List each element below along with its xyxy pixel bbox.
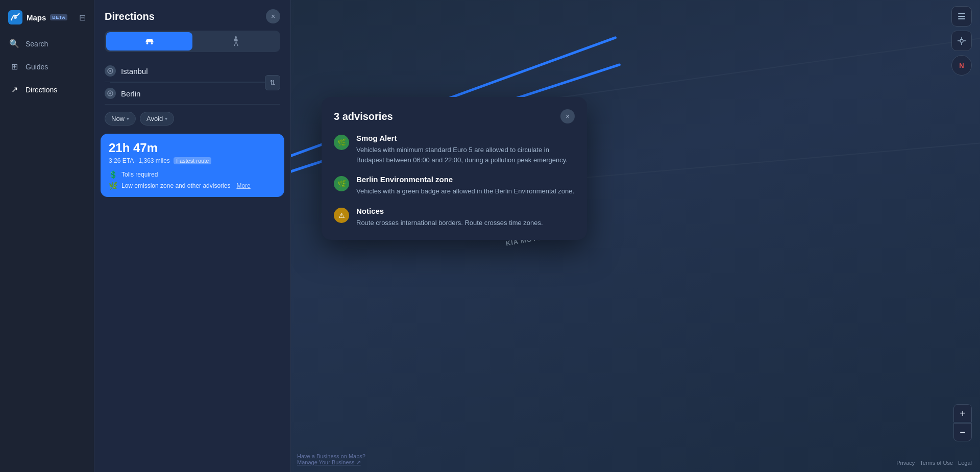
filter-bar: Now ▾ Avoid ▾ bbox=[94, 112, 290, 134]
emission-text: Low emission zone and other advisories bbox=[121, 182, 230, 189]
guides-icon: ⊞ bbox=[9, 62, 19, 71]
beta-badge: BETA bbox=[50, 14, 67, 20]
map-footer-links: Privacy Terms of Use Legal bbox=[896, 460, 972, 466]
map-area[interactable]: KIA MOTORWAY 3 advisories × 🌿 Smog Alert… bbox=[291, 0, 980, 472]
sidebar-item-search-label: Search bbox=[26, 40, 48, 48]
svg-rect-10 bbox=[958, 16, 965, 17]
compass-north-label: N bbox=[959, 62, 964, 69]
destination-icon bbox=[107, 90, 113, 96]
advisory-item-berlin-env: 🌿 Berlin Environmental zone Vehicles wit… bbox=[334, 175, 575, 196]
avoid-filter-button[interactable]: Avoid ▾ bbox=[140, 112, 174, 126]
legal-link[interactable]: Legal bbox=[958, 460, 972, 466]
svg-point-12 bbox=[960, 39, 963, 42]
zoom-in-button[interactable]: + bbox=[953, 404, 972, 423]
car-icon bbox=[144, 38, 155, 45]
waypoint-destination[interactable]: Berlin bbox=[105, 83, 280, 105]
sidebar-toggle-icon[interactable]: ⊟ bbox=[79, 13, 86, 22]
tab-car[interactable] bbox=[106, 32, 192, 51]
swap-waypoints-button[interactable]: ⇅ bbox=[265, 75, 280, 90]
route-separator: · bbox=[135, 157, 139, 164]
time-filter-button[interactable]: Now ▾ bbox=[105, 112, 136, 126]
advisory-notices-desc: Route crosses international borders. Rou… bbox=[356, 218, 543, 228]
privacy-link[interactable]: Privacy bbox=[896, 460, 915, 466]
tab-walk[interactable] bbox=[192, 32, 279, 51]
route-duration: 21h 47m bbox=[109, 141, 276, 155]
tolls-icon: 💲 bbox=[109, 170, 117, 179]
tolls-text: Tolls required bbox=[121, 171, 158, 178]
sidebar-item-search[interactable]: 🔍 Search bbox=[4, 33, 90, 55]
origin-dot bbox=[105, 65, 116, 77]
destination-value: Berlin bbox=[121, 89, 280, 98]
advisory-berlin-title: Berlin Environmental zone bbox=[356, 175, 574, 184]
advisory-notices-content: Notices Route crosses international bord… bbox=[356, 207, 543, 228]
route-notice-tolls: 💲 Tolls required bbox=[109, 170, 276, 179]
zoom-out-button[interactable]: − bbox=[953, 423, 972, 441]
sidebar-item-guides[interactable]: ⊞ Guides bbox=[4, 56, 90, 78]
waypoint-origin[interactable]: Istanbul bbox=[105, 60, 280, 82]
route-notice-emission: 🌿 Low emission zone and other advisories… bbox=[109, 182, 276, 190]
directions-icon: ↗ bbox=[9, 85, 19, 94]
emission-icon: 🌿 bbox=[109, 182, 117, 190]
route-eta: 3:26 ETA bbox=[109, 157, 133, 164]
layers-icon bbox=[957, 12, 966, 21]
panel-header: Directions × bbox=[94, 0, 290, 31]
origin-icon bbox=[107, 68, 113, 74]
map-location-button[interactable] bbox=[951, 31, 972, 51]
advisory-smog-title: Smog Alert bbox=[356, 134, 575, 142]
walk-icon bbox=[232, 36, 239, 46]
map-controls: N bbox=[951, 0, 972, 76]
route-tag: Fastest route bbox=[174, 157, 211, 164]
svg-point-6 bbox=[109, 70, 111, 72]
smog-alert-icon: 🌿 bbox=[334, 135, 349, 150]
close-panel-button[interactable]: × bbox=[266, 9, 280, 23]
advisory-berlin-content: Berlin Environmental zone Vehicles with … bbox=[356, 175, 574, 196]
route-notices: 💲 Tolls required 🌿 Low emission zone and… bbox=[109, 170, 276, 190]
origin-value: Istanbul bbox=[121, 67, 280, 76]
business-footer[interactable]: Have a Business on Maps? Manage Your Bus… bbox=[297, 453, 365, 466]
map-layers-button[interactable] bbox=[951, 6, 972, 27]
business-line1: Have a Business on Maps? bbox=[297, 453, 365, 459]
advisory-item-smog: 🌿 Smog Alert Vehicles with minimum stand… bbox=[334, 134, 575, 165]
zoom-controls: + − bbox=[953, 404, 972, 441]
advisory-berlin-desc: Vehicles with a green badge are allowed … bbox=[356, 186, 574, 196]
directions-panel: Directions × bbox=[94, 0, 291, 472]
berlin-env-icon: 🌿 bbox=[334, 176, 349, 191]
terms-link[interactable]: Terms of Use bbox=[920, 460, 953, 466]
route-card[interactable]: 21h 47m 3:26 ETA · 1,363 miles Fastest r… bbox=[101, 134, 284, 197]
transport-tabs bbox=[105, 31, 280, 52]
advisory-smog-desc: Vehicles with minimum standard Euro 5 ar… bbox=[356, 145, 575, 165]
time-chevron-icon: ▾ bbox=[127, 116, 129, 121]
waypoints: Istanbul Berlin ⇅ bbox=[105, 60, 280, 105]
app-name: Maps bbox=[27, 13, 46, 22]
apple-maps-logo-icon bbox=[8, 10, 22, 24]
compass-button[interactable]: N bbox=[951, 55, 972, 76]
svg-point-8 bbox=[109, 92, 111, 94]
advisory-smog-content: Smog Alert Vehicles with minimum standar… bbox=[356, 134, 575, 165]
advisory-modal-header: 3 advisories × bbox=[334, 109, 575, 123]
app-logo: Maps BETA ⊟ bbox=[0, 6, 94, 33]
advisory-modal-close-button[interactable]: × bbox=[560, 109, 575, 123]
svg-point-3 bbox=[151, 42, 153, 44]
sidebar-item-guides-label: Guides bbox=[26, 63, 48, 71]
notices-icon: ⚠ bbox=[334, 208, 349, 223]
business-line2[interactable]: Manage Your Business ↗ bbox=[297, 459, 365, 466]
route-details: 3:26 ETA · 1,363 miles Fastest route bbox=[109, 157, 276, 164]
advisory-modal: 3 advisories × 🌿 Smog Alert Vehicles wit… bbox=[322, 97, 587, 240]
svg-rect-9 bbox=[958, 13, 965, 14]
advisory-item-notices: ⚠ Notices Route crosses international bo… bbox=[334, 207, 575, 228]
more-link[interactable]: More bbox=[236, 182, 250, 189]
avoid-chevron-icon: ▾ bbox=[165, 116, 167, 121]
sidebar: Maps BETA ⊟ 🔍 Search ⊞ Guides ↗ Directio… bbox=[0, 0, 94, 472]
svg-rect-11 bbox=[958, 18, 965, 19]
advisory-notices-title: Notices bbox=[356, 207, 543, 215]
search-icon: 🔍 bbox=[9, 39, 19, 48]
panel-title: Directions bbox=[105, 11, 155, 22]
svg-point-4 bbox=[235, 36, 237, 38]
location-icon bbox=[957, 36, 966, 45]
advisory-modal-title: 3 advisories bbox=[334, 111, 393, 122]
svg-point-1 bbox=[14, 16, 17, 19]
sidebar-item-directions[interactable]: ↗ Directions bbox=[4, 79, 90, 101]
svg-point-2 bbox=[146, 42, 148, 44]
destination-dot bbox=[105, 88, 116, 99]
sidebar-item-directions-label: Directions bbox=[26, 86, 57, 94]
